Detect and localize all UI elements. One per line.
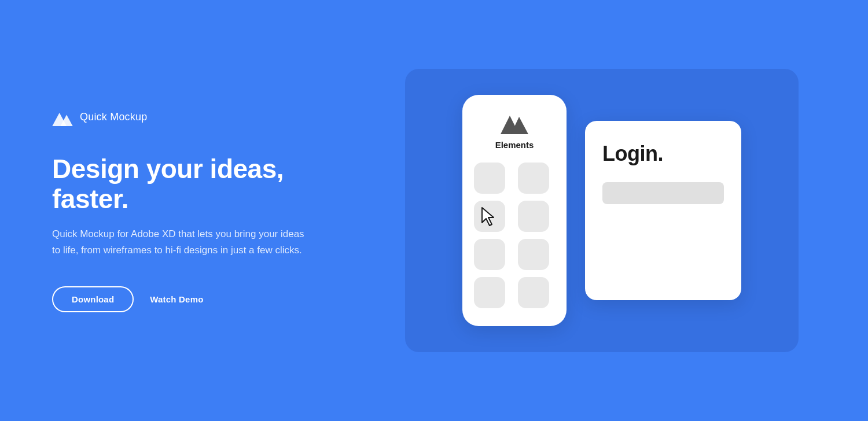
icon-box-6 [518,239,549,270]
brand-name: Quick Mockup [80,111,147,123]
watch-demo-button[interactable]: Watch Demo [150,294,203,304]
icon-grid [474,163,555,308]
hero-description: Quick Mockup for Adobe XD that lets you … [52,226,307,258]
cursor-icon [480,206,498,227]
icon-box-2 [518,163,549,194]
icon-box-1 [474,163,505,194]
brand: Quick Mockup [52,109,353,126]
login-input-mock-1 [602,182,724,204]
brand-logo-icon [52,109,73,126]
login-card-title: Login. [602,142,663,166]
page-wrapper: Quick Mockup Design your ideas, faster. … [0,0,868,421]
phone-card: Elements [462,95,567,326]
right-panel: Elements [353,0,816,421]
hero-headline: Design your ideas, faster. [52,154,353,215]
cta-row: Download Watch Demo [52,286,353,312]
left-panel: Quick Mockup Design your ideas, faster. … [52,109,353,313]
phone-card-title: Elements [495,140,534,150]
icon-box-8 [518,277,549,308]
mockup-container: Elements [405,69,799,352]
download-button[interactable]: Download [52,286,134,312]
icon-box-4 [518,201,549,232]
icon-box-3-wrapper [474,201,511,232]
icon-box-5 [474,239,505,270]
login-card: Login. [585,121,741,300]
icon-box-7 [474,277,505,308]
phone-logo-icon [501,111,528,134]
